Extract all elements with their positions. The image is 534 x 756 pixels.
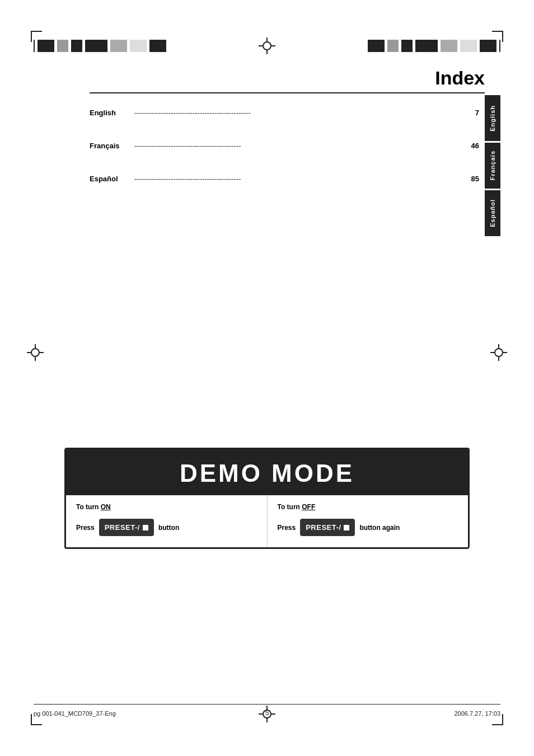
demo-mode-box: DEMO MODE To turn ON Press PRESET-/ butt… bbox=[64, 448, 470, 549]
right-bar-section bbox=[368, 40, 500, 52]
index-divider bbox=[90, 92, 485, 93]
top-crosshair-container bbox=[167, 37, 367, 54]
index-entry-francais: Français -------------------------------… bbox=[90, 128, 485, 161]
page-number: 5 bbox=[485, 159, 489, 168]
top-crosshair bbox=[259, 37, 275, 54]
demo-turn-on: To turn ON Press PRESET-/ button bbox=[66, 495, 268, 547]
turn-off-instruction: Press PRESET-/ button again bbox=[278, 519, 460, 536]
bottom-line bbox=[34, 704, 500, 705]
footer-right: 2006.7.27, 17:03 bbox=[454, 710, 500, 717]
button-label-on: button bbox=[158, 524, 179, 532]
right-crosshair bbox=[490, 344, 507, 361]
footer-left: pg 001-041_MCD709_37-Eng bbox=[34, 710, 116, 717]
preset-button-off: PRESET-/ bbox=[300, 519, 355, 536]
press-label-on: Press bbox=[76, 524, 95, 532]
preset-button-on: PRESET-/ bbox=[99, 519, 154, 536]
preset-square-on bbox=[143, 525, 148, 530]
turn-on-label: To turn ON bbox=[76, 503, 258, 511]
tab-espanol[interactable]: Español bbox=[485, 190, 500, 236]
demo-turn-off: To turn OFF Press PRESET-/ button again bbox=[268, 495, 469, 547]
press-label-off: Press bbox=[278, 524, 296, 532]
index-entry-english: English --------------------------------… bbox=[90, 95, 485, 128]
demo-title: DEMO MODE bbox=[66, 449, 468, 495]
tab-english[interactable]: English bbox=[485, 95, 500, 141]
left-crosshair bbox=[27, 344, 44, 361]
demo-content: To turn ON Press PRESET-/ button To turn… bbox=[66, 495, 468, 547]
left-bar-section bbox=[34, 40, 166, 52]
turn-off-label: To turn OFF bbox=[278, 503, 460, 511]
turn-on-instruction: Press PRESET-/ button bbox=[76, 519, 258, 536]
index-title: Index bbox=[90, 67, 485, 89]
preset-text-on: PRESET-/ bbox=[105, 523, 140, 532]
top-decoration-bar bbox=[34, 39, 500, 53]
index-entries: English --------------------------------… bbox=[90, 95, 485, 194]
preset-text-off: PRESET-/ bbox=[306, 523, 341, 532]
index-entry-espanol: Español --------------------------------… bbox=[90, 161, 485, 194]
preset-square-off bbox=[344, 525, 349, 530]
button-label-off: button again bbox=[359, 524, 400, 532]
footer-center-page: 5 bbox=[265, 709, 269, 717]
